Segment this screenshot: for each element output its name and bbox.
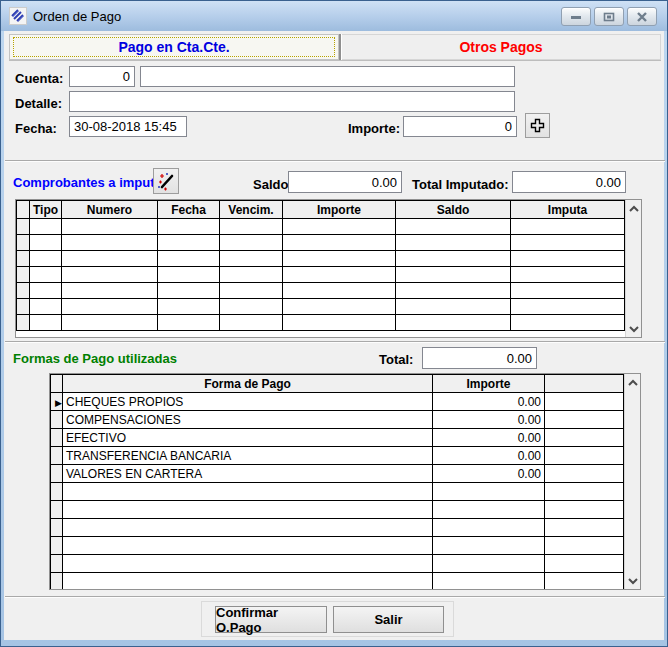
- grid-cell[interactable]: [396, 315, 511, 331]
- comprobantes-row[interactable]: [17, 267, 625, 283]
- column-header[interactable]: Forma de Pago: [63, 375, 433, 393]
- importe-cell[interactable]: [433, 501, 545, 519]
- extra-cell[interactable]: [545, 483, 624, 501]
- scroll-down-button[interactable]: [626, 320, 641, 337]
- fecha-input[interactable]: [69, 116, 187, 137]
- grid-cell[interactable]: [511, 219, 625, 235]
- column-header[interactable]: Importe: [283, 201, 396, 219]
- forma-pago-row[interactable]: EFECTIVO0.00: [51, 429, 624, 447]
- grid-cell[interactable]: [30, 235, 62, 251]
- importe-cell[interactable]: 0.00: [433, 447, 545, 465]
- extra-cell[interactable]: [545, 465, 624, 483]
- formas-pago-scrollbar[interactable]: [624, 374, 640, 589]
- grid-cell[interactable]: [511, 283, 625, 299]
- grid-cell[interactable]: [30, 315, 62, 331]
- extra-cell[interactable]: [545, 555, 624, 573]
- importe-cell[interactable]: [433, 537, 545, 555]
- grid-cell[interactable]: [511, 235, 625, 251]
- grid-cell[interactable]: [30, 299, 62, 315]
- importe-cell[interactable]: 0.00: [433, 393, 545, 411]
- comprobantes-row[interactable]: [17, 219, 625, 235]
- grid-cell[interactable]: [62, 235, 158, 251]
- grid-cell[interactable]: [30, 283, 62, 299]
- importe-cell[interactable]: [433, 519, 545, 537]
- importe-cell[interactable]: 0.00: [433, 411, 545, 429]
- minimize-button[interactable]: [561, 7, 591, 26]
- forma-pago-row[interactable]: [51, 537, 624, 555]
- column-header[interactable]: Fecha: [158, 201, 220, 219]
- importe-cell[interactable]: 0.00: [433, 429, 545, 447]
- close-button[interactable]: [627, 7, 657, 26]
- forma-de-pago-cell[interactable]: [63, 555, 433, 573]
- importe-cell[interactable]: [433, 573, 545, 591]
- grid-cell[interactable]: [283, 235, 396, 251]
- grid-cell[interactable]: [158, 267, 220, 283]
- grid-cell[interactable]: [62, 283, 158, 299]
- forma-pago-row[interactable]: ▶CHEQUES PROPIOS0.00: [51, 393, 624, 411]
- comprobantes-row[interactable]: [17, 235, 625, 251]
- extra-cell[interactable]: [545, 447, 624, 465]
- forma-de-pago-cell[interactable]: [63, 519, 433, 537]
- add-importe-button[interactable]: [525, 113, 550, 138]
- importe-cell[interactable]: [433, 555, 545, 573]
- grid-cell[interactable]: [396, 283, 511, 299]
- forma-de-pago-cell[interactable]: CHEQUES PROPIOS: [63, 393, 433, 411]
- grid-cell[interactable]: [283, 251, 396, 267]
- forma-de-pago-cell[interactable]: [63, 501, 433, 519]
- grid-cell[interactable]: [30, 219, 62, 235]
- saldo-input[interactable]: [288, 171, 402, 193]
- scroll-down-button[interactable]: [625, 572, 640, 589]
- comprobantes-row[interactable]: [17, 315, 625, 331]
- column-header[interactable]: Saldo: [396, 201, 511, 219]
- extra-cell[interactable]: [545, 411, 624, 429]
- comprobantes-scrollbar[interactable]: [625, 200, 641, 337]
- extra-cell[interactable]: [545, 501, 624, 519]
- forma-pago-row[interactable]: [51, 555, 624, 573]
- grid-cell[interactable]: [283, 267, 396, 283]
- grid-cell[interactable]: [220, 267, 283, 283]
- column-header[interactable]: Numero: [62, 201, 158, 219]
- grid-cell[interactable]: [158, 299, 220, 315]
- grid-cell[interactable]: [220, 219, 283, 235]
- cuenta-number-input[interactable]: [69, 66, 135, 87]
- grid-cell[interactable]: [283, 299, 396, 315]
- confirmar-opago-button[interactable]: Confirmar O.Pago: [215, 606, 327, 633]
- grid-cell[interactable]: [511, 299, 625, 315]
- grid-cell[interactable]: [158, 251, 220, 267]
- forma-de-pago-cell[interactable]: TRANSFERENCIA BANCARIA: [63, 447, 433, 465]
- forma-de-pago-cell[interactable]: COMPENSACIONES: [63, 411, 433, 429]
- grid-cell[interactable]: [158, 283, 220, 299]
- scroll-up-button[interactable]: [625, 374, 640, 391]
- forma-pago-row[interactable]: VALORES EN CARTERA0.00: [51, 465, 624, 483]
- grid-cell[interactable]: [62, 267, 158, 283]
- grid-cell[interactable]: [511, 251, 625, 267]
- forma-de-pago-cell[interactable]: [63, 483, 433, 501]
- detalle-input[interactable]: [69, 91, 515, 112]
- salir-button[interactable]: Salir: [333, 606, 444, 633]
- tab-otros-pagos[interactable]: Otros Pagos: [342, 34, 661, 60]
- forma-pago-row[interactable]: TRANSFERENCIA BANCARIA0.00: [51, 447, 624, 465]
- forma-de-pago-cell[interactable]: [63, 537, 433, 555]
- maximize-button[interactable]: [594, 7, 624, 26]
- column-header[interactable]: Imputa: [511, 201, 625, 219]
- grid-cell[interactable]: [396, 267, 511, 283]
- cuenta-description-input[interactable]: [140, 66, 515, 87]
- grid-cell[interactable]: [396, 299, 511, 315]
- grid-cell[interactable]: [62, 219, 158, 235]
- comprobantes-row[interactable]: [17, 251, 625, 267]
- grid-cell[interactable]: [220, 251, 283, 267]
- extra-cell[interactable]: [545, 393, 624, 411]
- forma-de-pago-cell[interactable]: VALORES EN CARTERA: [63, 465, 433, 483]
- importe-input[interactable]: [403, 116, 517, 137]
- column-header[interactable]: Vencim.: [220, 201, 283, 219]
- grid-cell[interactable]: [220, 283, 283, 299]
- column-header[interactable]: Importe: [433, 375, 545, 393]
- comprobantes-row[interactable]: [17, 299, 625, 315]
- grid-cell[interactable]: [158, 235, 220, 251]
- forma-pago-row[interactable]: [51, 573, 624, 591]
- grid-cell[interactable]: [511, 267, 625, 283]
- extra-cell[interactable]: [545, 537, 624, 555]
- scroll-up-button[interactable]: [626, 200, 641, 217]
- auto-imputar-wand-button[interactable]: [153, 168, 179, 194]
- grid-cell[interactable]: [158, 315, 220, 331]
